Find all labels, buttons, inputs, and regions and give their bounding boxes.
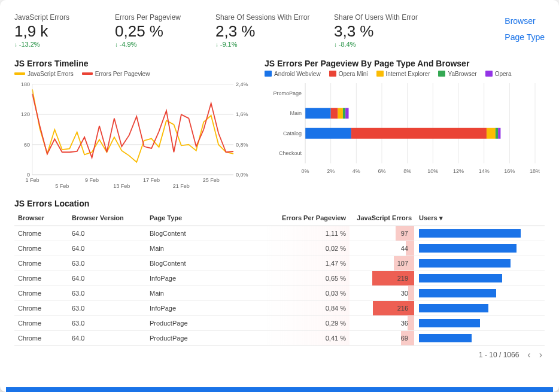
svg-rect-52 [496,128,498,139]
legend-label: Android Webview [274,71,321,77]
bar-legend: Android WebviewOpera MiniInternet Explor… [265,71,545,77]
location-title: JS Errors Location [14,199,545,208]
svg-text:12%: 12% [453,168,464,174]
kpi-sessions-error: Share Of Sessions With Error 2,3 % -9.1% [215,13,323,48]
svg-rect-51 [487,128,496,139]
legend-swatch [438,71,445,77]
svg-text:5 Feb: 5 Feb [55,183,69,189]
legend-item: YaBrowser [438,71,476,77]
users-bar [419,319,480,327]
legend-swatch [376,71,384,77]
table-row[interactable]: Chrome63.0ProductPage0,29 %36 [14,315,545,330]
pager: 1 - 10 / 1066 ‹ › [14,346,545,366]
table-row[interactable]: Chrome63.0BlogContent1,47 %107 [14,256,545,271]
table-row[interactable]: Chrome64.0Main0,02 %44 [14,241,545,256]
svg-text:18%: 18% [530,168,540,174]
svg-text:0,8%: 0,8% [236,142,248,148]
timeline-legend: JavaScript ErrorsErrors Per Pageview [14,71,254,77]
legend-swatch [14,72,25,75]
svg-text:180: 180 [21,81,30,87]
kpi-label: JavaScript Errors [14,13,104,22]
legend-item: Android Webview [265,71,321,77]
svg-text:1,6%: 1,6% [236,111,248,117]
legend-item: Errors Per Pageview [82,71,150,77]
legend-item: Internet Explorer [376,71,430,77]
table-row[interactable]: Chrome64.0ProductPage0,41 %69 [14,330,545,345]
svg-rect-49 [305,128,351,139]
link-page-type[interactable]: Page Type [505,29,545,45]
svg-text:4%: 4% [353,168,360,174]
legend-swatch [82,72,93,75]
svg-rect-53 [498,128,500,139]
legend-swatch [329,71,336,77]
bar-svg: 0%2%4%6%8%10%12%14%16%18%PromoPageMainCa… [265,81,540,177]
kpi-delta: -4.9% [115,41,205,48]
users-bar [419,334,472,342]
users-bar [419,304,488,312]
kpi-label: Errors Per Pageview [115,13,205,22]
users-bar [419,244,517,253]
svg-text:25 Feb: 25 Feb [203,177,220,183]
col-version[interactable]: Browser Version [68,211,146,226]
table-row[interactable]: Chrome64.0BlogContent1,11 %97 [14,226,545,241]
chart-title: JS Errors Per Pageview By Page Type And … [265,59,545,68]
chart-title: JS Errors Timeline [14,59,254,68]
svg-text:10%: 10% [427,168,438,174]
svg-rect-50 [351,128,487,139]
svg-text:2,4%: 2,4% [236,81,248,87]
sort-desc-icon: ▾ [439,214,443,221]
kpi-row: JavaScript Errors 1,9 k -13.2% Errors Pe… [14,13,545,48]
svg-rect-43 [305,108,331,118]
table-row[interactable]: Chrome63.0InfoPage0,84 %216 [14,300,545,315]
link-browser[interactable]: Browser [505,13,545,29]
kpi-js-errors: JavaScript Errors 1,9 k -13.2% [14,13,104,48]
svg-text:0,0%: 0,0% [236,172,248,178]
col-browser[interactable]: Browser [14,211,68,226]
kpi-delta: -8.4% [334,41,442,48]
kpi-value: 1,9 k [14,23,104,41]
svg-text:0%: 0% [301,168,309,174]
svg-rect-47 [345,108,348,118]
svg-text:14%: 14% [479,168,490,174]
col-users[interactable]: Users ▾ [415,211,545,226]
legend-label: Internet Explorer [386,71,430,77]
kpi-errors-per-pageview: Errors Per Pageview 0,25 % -4.9% [115,13,205,48]
legend-label: Errors Per Pageview [95,71,150,77]
kpi-value: 0,25 % [115,23,205,41]
pager-next-icon[interactable]: › [539,350,542,360]
table-row[interactable]: Chrome64.0InfoPage0,65 %219 [14,271,545,285]
col-page-type[interactable]: Page Type [146,211,266,226]
svg-text:2%: 2% [327,168,335,174]
svg-text:6%: 6% [378,168,385,174]
users-bar [419,229,521,238]
table-row[interactable]: Chrome63.0Main0,03 %30 [14,285,545,300]
svg-rect-45 [338,108,343,118]
legend-item: JavaScript Errors [14,71,74,77]
by-page-type-chart: JS Errors Per Pageview By Page Type And … [265,59,545,192]
svg-text:60: 60 [24,142,30,148]
col-epp[interactable]: Errors Per Pageview [266,211,350,226]
kpi-label: Share Of Sessions With Error [215,13,323,22]
svg-text:8%: 8% [403,168,411,174]
svg-rect-46 [343,108,345,118]
svg-text:Checkout: Checkout [279,150,302,156]
svg-text:Catalog: Catalog [283,130,302,136]
kpi-users-error: Share Of Users With Error 3,3 % -8.4% [334,13,442,48]
svg-rect-44 [331,108,338,118]
kpi-value: 3,3 % [334,23,442,41]
location-table: Browser Browser Version Page Type Errors… [14,211,545,366]
pager-prev-icon[interactable]: ‹ [527,350,530,360]
kpi-delta: -9.1% [215,41,323,48]
col-jserr[interactable]: JavaScript Errors [350,211,415,226]
legend-label: YaBrowser [448,71,476,77]
users-bar [419,274,502,282]
legend-label: Opera [495,71,512,77]
svg-text:21 Feb: 21 Feb [173,183,190,189]
svg-text:16%: 16% [504,168,515,174]
legend-swatch [485,71,493,77]
timeline-chart: JS Errors Timeline JavaScript ErrorsErro… [14,59,254,192]
kpi-label: Share Of Users With Error [334,13,442,22]
svg-text:PromoPage: PromoPage [273,90,302,96]
svg-text:120: 120 [21,111,30,117]
svg-text:13 Feb: 13 Feb [113,183,130,189]
